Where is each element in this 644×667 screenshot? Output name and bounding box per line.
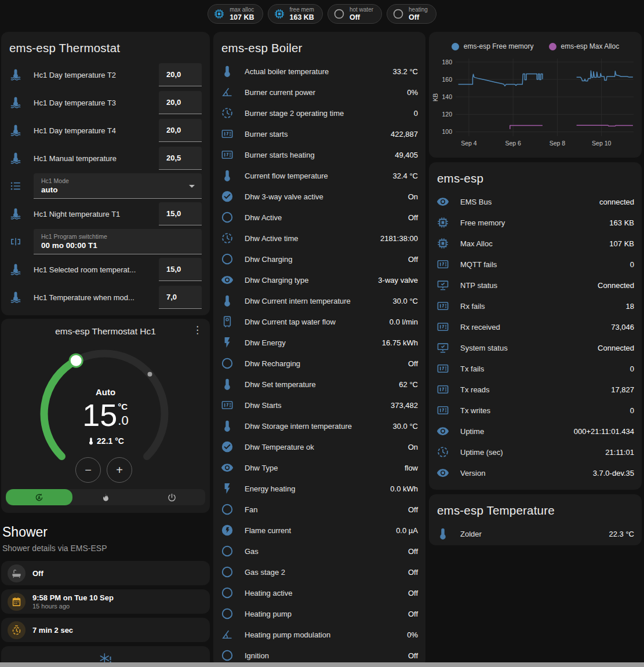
number-input-hc1-temperature-when-mod[interactable]: 7,0 [159, 286, 202, 309]
entity-row-burner-stage-2-operating-time[interactable]: Burner stage 2 operating time0 [213, 103, 425, 123]
entity-row-current-flow-temperature[interactable]: Current flow temperature32.4 °C [213, 165, 425, 186]
badge-heating[interactable]: heatingOff [387, 4, 436, 24]
badge-hot-water[interactable]: hot waterOff [328, 4, 382, 24]
entity-label: Burner current power [245, 88, 407, 97]
shower-subtitle: Shower details via EMS-ESP [2, 544, 209, 553]
entity-row-dhw-temperature-ok[interactable]: Dhw Temperature okOn [213, 436, 425, 457]
entity-row-dhw-3-way-valve-active[interactable]: Dhw 3-way valve activeOn [213, 186, 425, 207]
number-input-hc1-night-temperature-t1[interactable]: 15,0 [159, 202, 202, 225]
mode-power-button[interactable] [139, 489, 205, 505]
entity-value: 000+21:11:01.434 [574, 427, 634, 436]
entity-row-energy-heating[interactable]: Energy heating0.0 kWh [213, 478, 425, 499]
entity-row-uptime[interactable]: Uptime000+21:11:01.434 [429, 421, 642, 442]
entity-row-dhw-charging[interactable]: Dhw ChargingOff [213, 249, 425, 269]
calendar-icon [11, 596, 22, 607]
target-decimal: .0 [118, 415, 128, 427]
legend-dot [549, 43, 556, 50]
entity-row-actual-boiler-temperature[interactable]: Actual boiler temperature33.2 °C [213, 61, 425, 82]
entity-row-dhw-current-tap-water-flow[interactable]: Dhw Current tap water flow0.0 l/min [213, 311, 425, 332]
entity-label: Heating active [245, 589, 408, 597]
horizontal-scrollbar[interactable] [0, 662, 644, 667]
entity-row-dhw-type[interactable]: Dhw Typeflow [213, 457, 425, 478]
badge-label: heating [409, 6, 428, 13]
eye-icon [436, 425, 449, 438]
entity-row-tx-writes[interactable]: Tx writes0 [429, 400, 642, 421]
shower-card-7-min-2-sec[interactable]: 7 min 2 sec [1, 618, 210, 642]
thermostat-row-hc1-program-switchtime: Hc1 Program switchtime00 mo 00:00 T1 [1, 228, 210, 256]
entity-row-tx-reads[interactable]: Tx reads17,827 [429, 379, 642, 400]
entity-row-burner-current-power[interactable]: Burner current power0% [213, 82, 425, 103]
entity-row-zolder[interactable]: Zolder22.3 °C [429, 523, 642, 544]
number-input-hc1-day-temperature-t4[interactable]: 20,0 [159, 119, 202, 142]
entity-row-mqtt-fails[interactable]: MQTT fails0 [429, 254, 642, 275]
entity-row-flame-current[interactable]: Flame current0.0 µA [213, 520, 425, 541]
legend-dot [452, 43, 459, 50]
number-input-hc1-day-temperature-t3[interactable]: 20,0 [159, 91, 202, 114]
legend-item-ems-esp-max-alloc[interactable]: ems-esp Max Alloc [549, 42, 620, 50]
text-input-hc1-program-switchtime[interactable]: Hc1 Program switchtime00 mo 00:00 T1 [34, 229, 202, 254]
entity-row-dhw-recharging[interactable]: Dhw RechargingOff [213, 353, 425, 374]
check-circle-icon [221, 440, 234, 453]
temperature-card: ems-esp Temperature Zolder22.3 °C [429, 494, 642, 545]
entity-row-uptime-sec[interactable]: Uptime (sec)21:11:01 [429, 442, 642, 462]
number-input-hc1-day-temperature-t2[interactable]: 20,0 [159, 63, 202, 86]
thermometer-water-icon [9, 96, 22, 109]
entity-row-heating-pump-modulation[interactable]: Heating pump modulation0% [213, 624, 425, 645]
entity-value: 16.75 kWh [382, 338, 418, 347]
entity-label: Dhw Active [245, 213, 408, 222]
entity-row-ems-bus[interactable]: EMS Busconnected [429, 191, 642, 212]
increase-temperature-button[interactable]: + [107, 457, 132, 483]
entity-value: Off [408, 610, 418, 618]
entity-row-rx-received[interactable]: Rx received73,046 [429, 316, 642, 337]
clock-dashed-icon [221, 232, 234, 245]
badge-free-mem[interactable]: free mem163 KB [268, 4, 323, 24]
entity-label: Heating pump modulation [245, 630, 407, 639]
entity-row-dhw-starts[interactable]: Dhw Starts373,482 [213, 395, 425, 415]
chip-icon [213, 8, 225, 20]
entity-row-ntp-status[interactable]: NTP statusConnected [429, 275, 642, 296]
thermometer-water-icon [9, 68, 22, 81]
badge-max-alloc[interactable]: max alloc107 KB [208, 4, 263, 24]
entity-row-gas[interactable]: GasOff [213, 541, 425, 562]
entity-row-free-memory[interactable]: Free memory163 KB [429, 212, 642, 233]
setpoint-knob[interactable] [70, 354, 82, 367]
entity-row-dhw-current-intern-temperature[interactable]: Dhw Current intern temperature30.0 °C [213, 290, 425, 311]
entity-row-burner-starts[interactable]: Burner starts422,887 [213, 123, 425, 144]
entity-row-fan[interactable]: FanOff [213, 499, 425, 520]
dial-mode-label: Auto [96, 387, 115, 397]
entity-row-dhw-charging-type[interactable]: Dhw Charging type3-way valve [213, 269, 425, 290]
entity-value: 422,887 [391, 130, 418, 138]
entity-row-dhw-energy[interactable]: Dhw Energy16.75 kWh [213, 332, 425, 353]
number-input-hc1-manual-temperature[interactable]: 20,5 [159, 147, 202, 170]
mode-thermostat-auto-button[interactable] [6, 489, 72, 505]
entity-label: Dhw Energy [245, 338, 382, 347]
entity-row-gas-stage-2[interactable]: Gas stage 2Off [213, 562, 425, 582]
thermostat-row-hc1-day-temperature-t4: Hc1 Day temperature T420,0 [1, 116, 210, 144]
entity-row-dhw-storage-intern-temperature[interactable]: Dhw Storage intern temperature30.0 °C [213, 415, 425, 436]
legend-label: ems-esp Max Alloc [561, 42, 620, 50]
entity-row-dhw-active[interactable]: Dhw ActiveOff [213, 207, 425, 228]
entity-row-max-alloc[interactable]: Max Alloc107 KB [429, 233, 642, 254]
shower-card-off[interactable]: Off [1, 561, 210, 585]
row-label: Hc1 Day temperature T2 [34, 71, 159, 79]
mode-fire-button[interactable] [72, 489, 139, 505]
legend-item-ems-esp-free-memory[interactable]: ems-esp Free memory [452, 42, 534, 50]
entity-value: Off [408, 213, 418, 222]
entity-row-tx-fails[interactable]: Tx fails0 [429, 358, 642, 379]
decrease-temperature-button[interactable]: − [75, 457, 101, 483]
select-hc1-mode[interactable]: Hc1 Modeauto [34, 173, 202, 199]
entity-row-dhw-set-temperature[interactable]: Dhw Set temperature62 °C [213, 374, 425, 395]
entity-value: 18 [626, 302, 634, 311]
entity-row-version[interactable]: Version3.7.0-dev.35 [429, 462, 642, 483]
entity-row-dhw-active-time[interactable]: Dhw Active time2181:38:00 [213, 228, 425, 249]
entity-row-heating-active[interactable]: Heating activeOff [213, 582, 425, 603]
number-input-hc1-selected-room-temperat[interactable]: 15,0 [159, 258, 202, 281]
entity-row-system-status[interactable]: System statusConnected [429, 337, 642, 358]
entity-row-rx-fails[interactable]: Rx fails18 [429, 296, 642, 316]
entity-value: 0 [414, 109, 418, 118]
entity-label: Rx received [460, 323, 611, 331]
entity-label: Dhw Current tap water flow [245, 318, 390, 326]
entity-row-heating-pump[interactable]: Heating pumpOff [213, 603, 425, 624]
entity-row-burner-starts-heating[interactable]: Burner starts heating49,405 [213, 144, 425, 165]
shower-card-9-58-pm-on-tue-10-sep[interactable]: 9:58 PM on Tue 10 Sep15 hours ago [1, 589, 210, 614]
